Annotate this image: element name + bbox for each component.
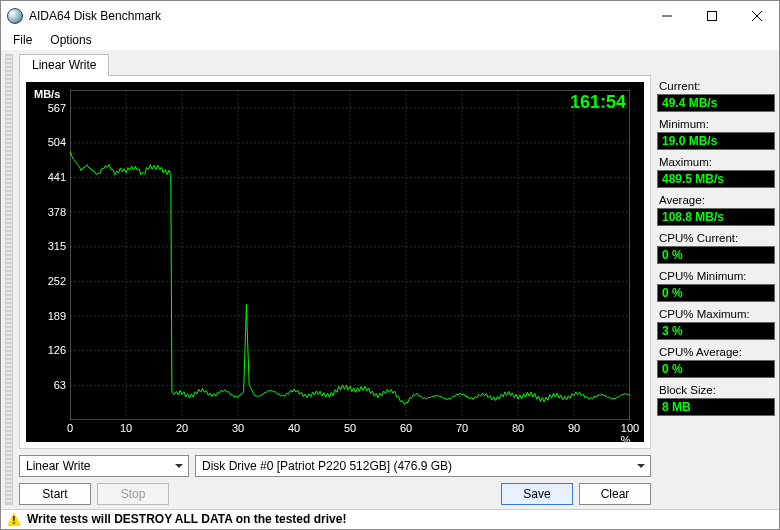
titlebar: AIDA64 Disk Benchmark xyxy=(1,1,779,31)
warning-icon xyxy=(7,512,21,526)
tab-linear-write[interactable]: Linear Write xyxy=(19,54,109,76)
cpu-maximum-label: CPU% Maximum: xyxy=(657,308,775,320)
menu-options[interactable]: Options xyxy=(42,31,99,49)
x-tick: 40 xyxy=(288,422,300,434)
y-tick: 252 xyxy=(30,275,66,287)
y-tick: 567 xyxy=(30,102,66,114)
x-tick: 10 xyxy=(120,422,132,434)
average-value: 108.8 MB/s xyxy=(657,208,775,226)
minimize-icon xyxy=(662,11,672,21)
y-axis-label: MB/s xyxy=(34,88,60,100)
stats-sidebar: Current: 49.4 MB/s Minimum: 19.0 MB/s Ma… xyxy=(657,54,775,505)
cpu-maximum-value: 3 % xyxy=(657,322,775,340)
cpu-average-value: 0 % xyxy=(657,360,775,378)
y-tick: 315 xyxy=(30,240,66,252)
maximum-label: Maximum: xyxy=(657,156,775,168)
chart-frame: MB/s 161:54 6312618925231537844150456701… xyxy=(19,76,651,449)
current-label: Current: xyxy=(657,80,775,92)
x-tick: 70 xyxy=(456,422,468,434)
cpu-minimum-value: 0 % xyxy=(657,284,775,302)
chart: MB/s 161:54 6312618925231537844150456701… xyxy=(26,82,644,442)
cpu-current-label: CPU% Current: xyxy=(657,232,775,244)
minimum-value: 19.0 MB/s xyxy=(657,132,775,150)
drive-select-value: Disk Drive #0 [Patriot P220 512GB] (476.… xyxy=(202,459,452,473)
maximize-icon xyxy=(707,11,717,21)
current-value: 49.4 MB/s xyxy=(657,94,775,112)
clear-button[interactable]: Clear xyxy=(579,483,651,505)
svg-rect-1 xyxy=(707,12,716,21)
x-tick: 80 xyxy=(512,422,524,434)
cpu-minimum-label: CPU% Minimum: xyxy=(657,270,775,282)
close-button[interactable] xyxy=(734,1,779,31)
x-tick: 50 xyxy=(344,422,356,434)
y-tick: 504 xyxy=(30,136,66,148)
cpu-current-value: 0 % xyxy=(657,246,775,264)
tab-row: Linear Write xyxy=(19,54,651,76)
buttons-row: Start Stop Save Clear xyxy=(19,483,651,505)
block-size-value: 8 MB xyxy=(657,398,775,416)
x-tick: 60 xyxy=(400,422,412,434)
maximize-button[interactable] xyxy=(689,1,734,31)
app-window: AIDA64 Disk Benchmark File Options Linea… xyxy=(0,0,780,530)
y-tick: 378 xyxy=(30,206,66,218)
maximum-value: 489.5 MB/s xyxy=(657,170,775,188)
block-size-label: Block Size: xyxy=(657,384,775,396)
left-strip xyxy=(5,54,13,505)
minimum-label: Minimum: xyxy=(657,118,775,130)
start-button[interactable]: Start xyxy=(19,483,91,505)
menubar: File Options xyxy=(1,31,779,50)
body: Linear Write MB/s 161:54 631261892523153… xyxy=(1,50,779,509)
main-panel: Linear Write MB/s 161:54 631261892523153… xyxy=(19,54,651,505)
plot-area: 6312618925231537844150456701020304050607… xyxy=(70,90,630,420)
window-title: AIDA64 Disk Benchmark xyxy=(29,9,644,23)
y-tick: 63 xyxy=(30,379,66,391)
x-tick: 30 xyxy=(232,422,244,434)
y-tick: 189 xyxy=(30,310,66,322)
x-tick: 20 xyxy=(176,422,188,434)
x-tick: 100 % xyxy=(621,422,639,446)
y-tick: 441 xyxy=(30,171,66,183)
mode-select[interactable]: Linear Write xyxy=(19,455,189,477)
cpu-average-label: CPU% Average: xyxy=(657,346,775,358)
selectors-row: Linear Write Disk Drive #0 [Patriot P220… xyxy=(19,455,651,477)
menu-file[interactable]: File xyxy=(5,31,40,49)
y-tick: 126 xyxy=(30,344,66,356)
save-button[interactable]: Save xyxy=(501,483,573,505)
stop-button[interactable]: Stop xyxy=(97,483,169,505)
x-tick: 0 xyxy=(67,422,73,434)
average-label: Average: xyxy=(657,194,775,206)
warning-bar: Write tests will DESTROY ALL DATA on the… xyxy=(1,509,779,529)
drive-select[interactable]: Disk Drive #0 [Patriot P220 512GB] (476.… xyxy=(195,455,651,477)
x-tick: 90 xyxy=(568,422,580,434)
close-icon xyxy=(752,11,762,21)
app-icon xyxy=(7,8,23,24)
mode-select-value: Linear Write xyxy=(26,459,90,473)
warning-text: Write tests will DESTROY ALL DATA on the… xyxy=(27,512,346,526)
minimize-button[interactable] xyxy=(644,1,689,31)
